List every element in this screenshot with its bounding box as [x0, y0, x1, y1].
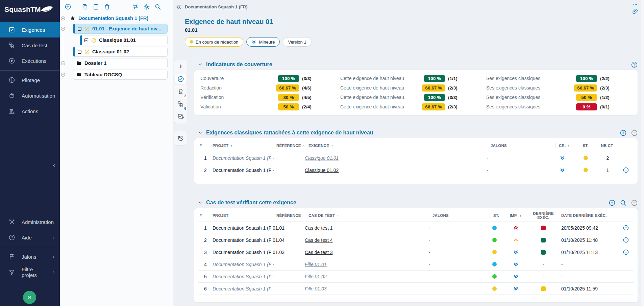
status-pill[interactable]: En cours de rédaction	[185, 37, 243, 47]
expander-plus-icon[interactable]	[61, 73, 65, 77]
milestone-award-icon	[177, 88, 184, 95]
collapse-square-icon[interactable]	[77, 27, 82, 31]
row-link[interactable]: Cas de test 1	[305, 225, 333, 231]
coverage-row: Validation50 %(2/4)Cette exigence de hau…	[194, 102, 638, 111]
more-options-icon[interactable]	[632, 2, 639, 7]
sidebar-item-actions[interactable]: Actions	[0, 103, 60, 119]
sidebar-item-cas-de-test[interactable]: Cas de test	[0, 37, 60, 53]
column-header-item[interactable]: #	[198, 209, 211, 222]
last-execution-cell	[527, 226, 560, 230]
column-header-reference[interactable]: RÉFÉRENCE↑	[271, 139, 303, 152]
favorite-star-icon[interactable]	[70, 16, 75, 21]
attach-test-case-icon[interactable]	[609, 199, 616, 206]
sidebar-item-label: Cas de test	[22, 43, 47, 48]
collapse-square-icon[interactable]	[77, 50, 82, 54]
coverage-badge-cell: 100 %	[268, 75, 299, 82]
sidebar-item-executions[interactable]: Exécutions	[0, 53, 60, 69]
anchor-coverage-stats-icon[interactable]	[175, 74, 187, 84]
sidebar-collapse-icon[interactable]	[51, 163, 57, 168]
detach-requirement-icon[interactable]	[631, 129, 638, 136]
add-icon[interactable]	[65, 3, 71, 10]
collapse-section-icon[interactable]	[198, 62, 203, 67]
coverage-badge: 50 %	[576, 94, 597, 101]
breadcrumb[interactable]: Documentation Squash 1 (FR)	[185, 4, 248, 9]
last-execution-date-cell: 01/10/2025 11:13	[560, 250, 618, 255]
collapse-square-icon[interactable]	[84, 38, 89, 43]
sidebar-item-administration[interactable]: Administration	[0, 214, 60, 230]
column-header-label: JALONS	[491, 144, 507, 148]
anchor-milestone-award-icon[interactable]: 2	[175, 87, 187, 96]
detach-row-icon[interactable]	[623, 225, 629, 231]
row-link[interactable]: Classique 01.01	[305, 155, 339, 161]
tree-node-tableau-docsq[interactable]: Tableau DOCSQ	[73, 70, 168, 80]
column-header-st[interactable]: ST.	[484, 209, 504, 222]
criticality-cell	[550, 167, 575, 173]
column-header-st[interactable]: ST.	[575, 139, 596, 152]
settings-icon[interactable]	[143, 3, 150, 10]
tree-node-01-01-exigence-de-haut-niv[interactable]: 01.01 - Exigence de haut niv...	[73, 24, 168, 34]
expander-minus-icon[interactable]	[61, 27, 65, 31]
row-link[interactable]: Fille 01.01	[305, 262, 327, 267]
sidebar-item-automatisation[interactable]: Automatisation	[0, 88, 60, 103]
divider	[0, 247, 60, 247]
attach-requirement-icon[interactable]	[620, 129, 627, 136]
sidebar-item-exigences[interactable]: Exigences	[0, 22, 60, 37]
coverage-ratio: (2/4)	[299, 104, 340, 109]
tree-node-dossier-1[interactable]: Dossier 1	[73, 58, 168, 68]
collapse-section-icon[interactable]	[198, 130, 203, 135]
criticality-pill[interactable]: Mineure	[246, 37, 280, 47]
copy-icon[interactable]	[81, 3, 88, 10]
page-scrollbar[interactable]	[641, 0, 644, 306]
row-link[interactable]: Classique 01.02	[305, 168, 339, 173]
paste-icon[interactable]	[93, 3, 99, 10]
project-filter-icon	[8, 269, 15, 276]
expander-plus-icon[interactable]	[61, 61, 65, 66]
detach-row-icon[interactable]	[623, 167, 629, 173]
anchor-history-icon[interactable]	[175, 133, 187, 143]
user-avatar[interactable]: S	[23, 291, 36, 304]
collapse-section-icon[interactable]	[198, 200, 203, 205]
sidebar-item-jalons[interactable]: Jalons	[0, 249, 60, 264]
tree-node-classique-01-01[interactable]: Classique 01.01	[80, 35, 168, 45]
sidebar-item-pilotage[interactable]: Pilotage	[0, 72, 60, 88]
delete-icon[interactable]	[104, 3, 110, 10]
transfer-icon[interactable]	[132, 3, 139, 10]
anchor-info-icon[interactable]: i	[175, 62, 187, 71]
column-header-projet[interactable]: PROJET↑	[211, 139, 271, 152]
row-link[interactable]: Cas de test 4	[305, 237, 333, 243]
sidebar-item-filtre-projets[interactable]: Filtre projets	[0, 264, 60, 280]
collapse-tree-icon[interactable]	[175, 4, 182, 10]
column-header-nb-ct[interactable]: NB CT	[596, 139, 618, 152]
column-header-derniere-exec[interactable]: DERNIÈRE EXÉC.	[527, 209, 560, 222]
column-header-jalons[interactable]: JALONS	[427, 209, 484, 222]
detach-row-icon[interactable]	[623, 249, 629, 255]
row-link[interactable]: Cas de test 3	[305, 250, 333, 255]
column-header-item[interactable]: #	[198, 139, 211, 152]
anchor-verifying-test-cases-icon[interactable]	[175, 112, 187, 121]
column-header-reference[interactable]: RÉFÉRENCE	[271, 209, 303, 222]
collapse-expander-icon[interactable]	[61, 16, 65, 21]
detach-row-icon[interactable]	[623, 237, 629, 243]
search-icon[interactable]	[154, 3, 161, 10]
row-link[interactable]: Fille 01.03	[305, 286, 327, 291]
attachments-icon[interactable]	[632, 8, 639, 16]
tree-root-row[interactable]: Documentation Squash 1 (FR)	[60, 14, 173, 22]
search-test-case-icon[interactable]	[620, 199, 627, 206]
tree-root-label[interactable]: Documentation Squash 1 (FR)	[78, 16, 148, 21]
name-cell: Cas de test 4	[303, 237, 427, 243]
coverage-badge-cell: 100 %	[414, 75, 445, 82]
row-link[interactable]: Fille 01.02	[305, 274, 327, 279]
column-header-exigence[interactable]: EXIGENCE↑	[303, 139, 486, 152]
column-header-date-derniere-exec[interactable]: DATE DERNIÈRE EXÉC.	[560, 209, 618, 222]
help-icon[interactable]	[631, 61, 638, 68]
table-row: 5Documentation Squash 1 (FR)-Fille 01.02…	[198, 271, 634, 283]
sidebar-item-aide[interactable]: Aide	[0, 230, 60, 245]
tree-node-classique-01-02[interactable]: Classique 01.02	[73, 47, 168, 57]
column-header-cr[interactable]: CR.↑	[550, 139, 575, 152]
column-header-cas-de-test[interactable]: CAS DE TEST↑	[303, 209, 427, 222]
detach-test-case-icon[interactable]	[631, 199, 638, 206]
anchor-linked-requirements-icon[interactable]: 6	[175, 99, 187, 109]
column-header-jalons[interactable]: JALONS	[486, 139, 550, 152]
column-header-imp[interactable]: IMP.↑	[504, 209, 527, 222]
column-header-projet[interactable]: PROJET	[211, 209, 271, 222]
